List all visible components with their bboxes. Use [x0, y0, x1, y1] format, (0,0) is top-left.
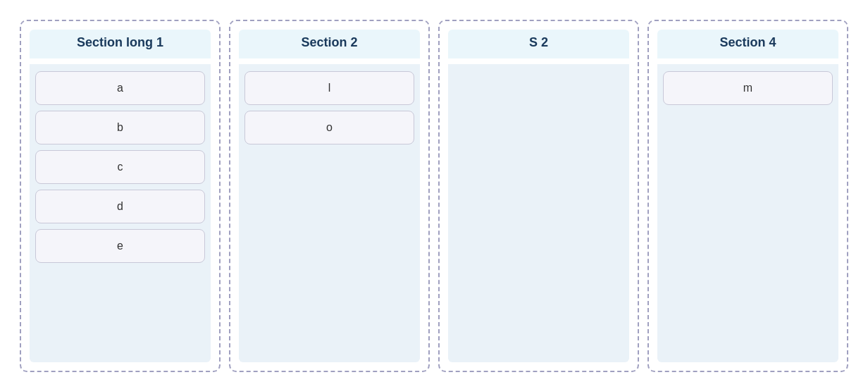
item-card-section-long-1-4[interactable]: e: [35, 229, 205, 263]
item-card-section-4-0[interactable]: m: [663, 71, 833, 105]
item-card-section-long-1-3[interactable]: d: [35, 190, 205, 223]
section-title-section-2: Section 2: [239, 30, 420, 58]
section-panel-section-long-1: Section long 1abcde: [20, 20, 221, 372]
section-body-section-long-1: abcde: [30, 64, 211, 362]
section-panel-section-4: Section 4m: [647, 20, 848, 372]
item-card-section-2-1[interactable]: o: [244, 111, 414, 144]
section-title-section-long-1: Section long 1: [30, 30, 211, 58]
section-body-section-4: m: [657, 64, 838, 362]
section-body-section-2: lo: [239, 64, 420, 362]
item-card-section-long-1-2[interactable]: c: [35, 150, 205, 184]
item-card-section-long-1-1[interactable]: b: [35, 111, 205, 144]
item-card-section-long-1-0[interactable]: a: [35, 71, 205, 105]
section-panel-section-2: Section 2lo: [229, 20, 430, 372]
section-title-section-4: Section 4: [657, 30, 838, 58]
section-title-section-s2: S 2: [448, 30, 629, 58]
section-body-section-s2: [448, 64, 629, 362]
item-card-section-2-0[interactable]: l: [244, 71, 414, 105]
section-panel-section-s2: S 2: [438, 20, 639, 372]
page-container: Section long 1abcdeSection 2loS 2Section…: [11, 11, 857, 381]
